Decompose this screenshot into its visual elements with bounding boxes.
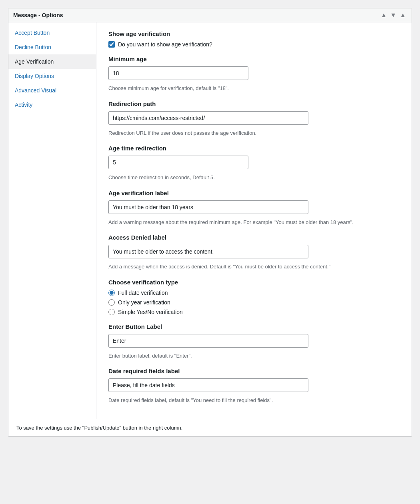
redirection-path-help: Redirection URL if the user does not pas…	[108, 129, 400, 137]
show-age-verification-label: Do you want to show age verification?	[118, 41, 212, 48]
sidebar: Accept Button Decline Button Age Verific…	[8, 22, 96, 419]
show-age-verification-heading: Show age verification	[108, 30, 400, 37]
redirection-path-heading: Redirection path	[108, 100, 400, 107]
age-time-redirection-heading: Age time redirection	[108, 145, 400, 152]
titlebar: Message - Options ▲ ▼ ▲	[8, 8, 412, 22]
show-age-verification-row: Do you want to show age verification?	[108, 41, 400, 48]
minimum-age-help: Choose minimum age for verification, def…	[108, 84, 400, 92]
age-verification-label-input[interactable]	[108, 200, 308, 214]
verification-type-simple-yes-no-radio[interactable]	[108, 309, 115, 315]
sidebar-item-age-verification[interactable]: Age Verification	[8, 54, 96, 69]
layout: Accept Button Decline Button Age Verific…	[8, 22, 412, 419]
date-required-fields-label-heading: Date required fields label	[108, 368, 400, 374]
detach-icon[interactable]: ▲	[399, 12, 407, 19]
main-window: Message - Options ▲ ▼ ▲ Accept Button De…	[8, 8, 412, 437]
date-required-fields-label-input[interactable]	[108, 378, 308, 392]
sidebar-item-accept-button[interactable]: Accept Button	[8, 26, 96, 40]
verification-type-only-year-label: Only year verification	[118, 299, 170, 306]
verification-type-only-year-radio[interactable]	[108, 299, 115, 306]
access-denied-label-input[interactable]	[108, 245, 308, 258]
sidebar-item-display-options[interactable]: Display Options	[8, 69, 96, 83]
verification-type-only-year-row: Only year verification	[108, 299, 400, 306]
minimum-age-heading: Minimum age	[108, 56, 400, 62]
verification-type-full-date-row: Full date verification	[108, 290, 400, 296]
verification-type-full-date-label: Full date verification	[118, 290, 168, 296]
expand-icon[interactable]: ▼	[389, 12, 397, 19]
minimum-age-input[interactable]	[108, 66, 248, 80]
enter-button-label-help: Enter button label, default is "Enter".	[108, 352, 400, 360]
verification-type-simple-yes-no-row: Simple Yes/No verification	[108, 309, 400, 315]
age-time-redirection-help: Choose time redirection in seconds, Defa…	[108, 174, 400, 182]
main-content: Show age verification Do you want to sho…	[96, 22, 412, 419]
verification-type-heading: Choose verification type	[108, 279, 400, 286]
sidebar-item-activity[interactable]: Activity	[8, 98, 96, 112]
window-title: Message - Options	[13, 12, 63, 18]
age-time-redirection-input[interactable]	[108, 156, 248, 169]
verification-type-group: Full date verification Only year verific…	[108, 290, 400, 315]
date-required-fields-label-help: Date required fields label, default is "…	[108, 396, 400, 404]
age-verification-label-help: Add a warning message about the required…	[108, 218, 400, 226]
window-controls: ▲ ▼ ▲	[380, 12, 407, 19]
collapse-icon[interactable]: ▲	[380, 12, 388, 19]
enter-button-label-input[interactable]	[108, 334, 308, 348]
age-verification-label-heading: Age verification label	[108, 190, 400, 196]
sidebar-item-advanced-visual[interactable]: Advanced Visual	[8, 83, 96, 98]
enter-button-label-heading: Enter Button Label	[108, 323, 400, 330]
access-denied-label-help: Add a message when the access is denied.…	[108, 263, 400, 271]
redirection-path-input[interactable]	[108, 111, 308, 125]
sidebar-item-decline-button[interactable]: Decline Button	[8, 40, 96, 54]
verification-type-simple-yes-no-label: Simple Yes/No verification	[118, 309, 183, 315]
verification-type-full-date-radio[interactable]	[108, 290, 115, 296]
show-age-verification-checkbox[interactable]	[108, 41, 115, 48]
access-denied-label-heading: Access Denied label	[108, 234, 400, 241]
footer-note: To save the settings use the "Publish/Up…	[8, 419, 412, 436]
